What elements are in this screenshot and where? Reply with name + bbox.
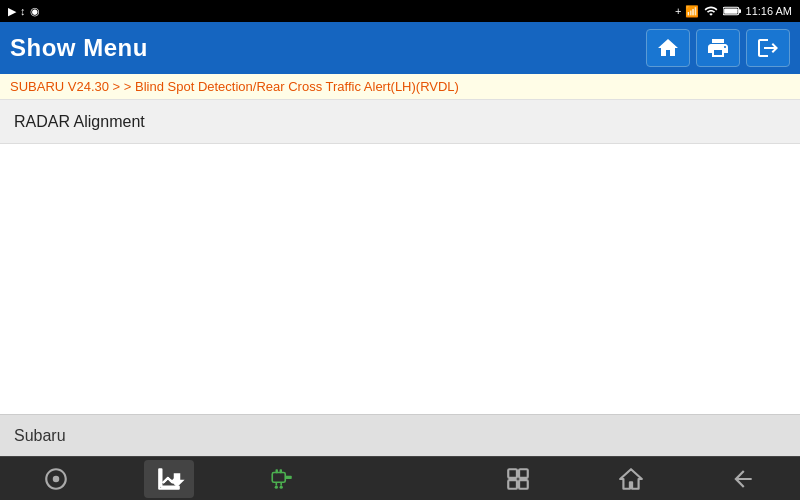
svg-rect-13 xyxy=(519,469,528,478)
svg-point-9 xyxy=(280,485,283,488)
header-buttons xyxy=(646,29,790,67)
nav-bar xyxy=(0,456,800,500)
header: Show Menu xyxy=(0,22,800,74)
brand-text: Subaru xyxy=(14,427,66,445)
svg-rect-2 xyxy=(724,8,738,13)
vci-nav-button[interactable] xyxy=(257,460,307,498)
svg-point-8 xyxy=(275,485,278,488)
play-icon: ▶ xyxy=(8,5,16,18)
svg-rect-15 xyxy=(519,480,528,489)
content-area xyxy=(0,144,800,414)
page-title: Show Menu xyxy=(10,34,148,62)
radar-alignment-label: RADAR Alignment xyxy=(14,113,145,131)
svg-rect-5 xyxy=(276,469,278,473)
graph-nav-button[interactable] xyxy=(144,460,194,498)
time-display: 11:16 AM xyxy=(746,5,792,17)
camera-icon: ◉ xyxy=(30,5,40,18)
bottom-brand-label: Subaru xyxy=(0,414,800,456)
logout-button[interactable] xyxy=(746,29,790,67)
home-button[interactable] xyxy=(646,29,690,67)
status-bar: ▶ ↕ ◉ + 📶 11:16 AM xyxy=(0,0,800,22)
home-nav-button[interactable] xyxy=(606,460,656,498)
svg-rect-6 xyxy=(280,469,282,473)
signal-arrows-icon: ↕ xyxy=(20,5,26,17)
svg-rect-7 xyxy=(285,475,292,478)
breadcrumb-text: SUBARU V24.30 > > Blind Spot Detection/R… xyxy=(10,79,459,94)
settings-nav-button[interactable] xyxy=(31,460,81,498)
svg-rect-14 xyxy=(508,480,517,489)
radar-alignment-item[interactable]: RADAR Alignment xyxy=(0,100,800,144)
bluetooth-icon: + 📶 xyxy=(675,5,698,18)
print-button[interactable] xyxy=(696,29,740,67)
recents-nav-button[interactable] xyxy=(493,460,543,498)
svg-rect-1 xyxy=(738,9,740,13)
svg-point-3 xyxy=(53,475,60,482)
svg-rect-12 xyxy=(508,469,517,478)
breadcrumb: SUBARU V24.30 > > Blind Spot Detection/R… xyxy=(0,74,800,100)
wifi-icon xyxy=(704,4,718,18)
svg-rect-4 xyxy=(272,472,285,482)
back-nav-button[interactable] xyxy=(718,460,768,498)
battery-icon xyxy=(723,4,741,18)
